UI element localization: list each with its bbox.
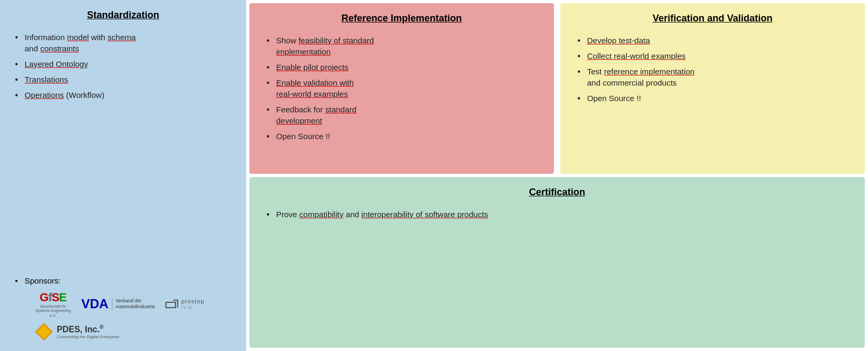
underlined-text: interoperability of software products [361,210,488,219]
list-item: Develop test-data [575,33,850,48]
verification-list: Develop test-data Collect real-world exa… [575,33,850,106]
right-panel: Verification and Validation Develop test… [560,3,865,174]
gfse-text: GfSE [40,291,66,304]
list-item: Enable validation withreal-world example… [264,75,539,102]
sponsors-label: Sponsors: [13,276,233,285]
sponsors-section: Sponsors: GfSE Gesellschaft fürSystems E… [13,265,233,341]
text-plain: Prove [276,210,299,219]
text-plain: (Workflow) [64,90,104,100]
standardization-list: Information model with schema and constr… [13,29,233,103]
text-plain: Open Source !! [276,132,330,141]
underlined-text: Collect real-world examples [587,51,686,60]
pdes-diamond-container [34,322,54,341]
reference-title: Reference Implementation [264,13,539,24]
verification-title: Verification and Validation [575,13,850,24]
text-plain: Open Source !! [587,94,641,103]
logos-row: GfSE Gesellschaft fürSystems Engineering… [13,291,233,318]
gfse-logo: GfSE Gesellschaft fürSystems Engineering… [34,291,72,318]
list-item: Collect real-world examples [575,48,850,64]
text-plain: Information [25,33,67,42]
underlined-text: constraints [40,44,79,53]
underlined-text: reference implementation [604,67,695,76]
vda-line2: Automobilindustrie [116,304,155,310]
pdes-tagline: Connecting the Digital Enterprise [57,334,119,339]
text-plain: and [344,210,361,219]
underlined-text: Translations [25,75,68,84]
list-item: Prove compatibility and interoperability… [264,207,850,222]
main-container: Standardization Information model with s… [0,0,868,351]
underlined-text: compatibility [299,210,344,219]
certification-list: Prove compatibility and interoperability… [264,207,850,222]
svg-marker-2 [37,325,50,338]
right-area: Reference Implementation Show feasibilit… [246,0,868,351]
underlined-text: Develop test-data [587,36,650,45]
vda-text: VDA [81,296,109,311]
text-plain: Test [587,67,604,76]
pdes-name: PDES, Inc. [57,325,100,334]
underlined-text: Enable validation withreal-world example… [276,78,354,98]
vda-desc: Verband der Automobilindustrie [112,298,155,310]
prostep-ivip: ivip [181,304,205,310]
gfse-s: S [52,291,59,304]
gfse-g: G [40,291,48,304]
list-item: Open Source !! [264,128,539,144]
bottom-right-panel: Certification Prove compatibility and in… [249,177,865,348]
text-plain: and commercial products [587,78,677,87]
svg-rect-0 [166,302,176,308]
list-item: Test reference implementation and commer… [575,64,850,90]
list-item: Enable pilot projects [264,59,539,75]
prostep-icon [165,298,180,310]
prostep-logo: prostep ivip [165,298,205,310]
list-item: Show feasibility of standardimplementati… [264,33,539,59]
list-item: Open Source !! [575,90,850,106]
pdes-row: PDES, Inc.® Connecting the Digital Enter… [13,322,233,341]
reference-list: Show feasibility of standardimplementati… [264,33,539,144]
text-plain: Show [276,36,299,45]
pdes-inc: PDES, Inc.® [57,324,119,334]
left-panel: Standardization Information model with s… [0,0,246,351]
text-plain: with [89,33,108,42]
list-item: Information model with schema and constr… [13,29,233,56]
underlined-text: Layered Ontology [25,59,88,68]
underlined-text: model [67,33,89,42]
top-right-row: Reference Implementation Show feasibilit… [246,0,868,176]
vda-logo: VDA Verband der Automobilindustrie [81,296,155,311]
gfse-e: E [59,291,66,304]
list-item: Operations (Workflow) [13,87,233,103]
underlined-text: schema [108,33,136,42]
vda-line1: Verband der [116,298,155,304]
underlined-text: Operations [25,90,64,100]
standardization-title: Standardization [13,10,233,21]
list-item: Translations [13,72,233,87]
certification-title: Certification [264,187,850,198]
text-plain: and [25,44,40,53]
pdes-trademark: ® [100,324,103,330]
middle-panel: Reference Implementation Show feasibilit… [249,3,554,174]
pdes-diamond-svg [34,322,54,341]
gfse-subtitle: Gesellschaft fürSystems Engineering e.V. [34,304,72,318]
prostep-text: prostep [181,298,205,304]
pdes-text-block: PDES, Inc.® Connecting the Digital Enter… [57,324,119,339]
underlined-text: Enable pilot projects [276,63,348,72]
list-item: Layered Ontology [13,56,233,72]
text-plain: Feedback for [276,105,325,114]
list-item: Feedback for standarddevelopment [264,102,539,128]
